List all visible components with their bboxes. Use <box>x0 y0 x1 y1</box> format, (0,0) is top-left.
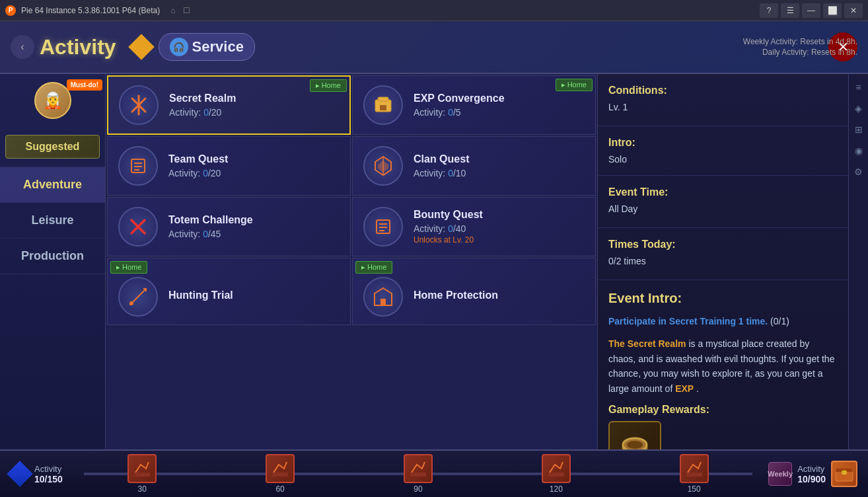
right-icon-3[interactable]: ⊞ <box>851 122 867 137</box>
right-icon-2[interactable]: ◈ <box>851 100 867 116</box>
right-icon-5[interactable]: ⚙ <box>851 164 867 180</box>
activity-grid: Secret Realm Activity: 0/20 ▸ Home ▸ Hom… <box>106 74 597 326</box>
hunting-trial-info: Hunting Trial <box>168 289 340 304</box>
conditions-level: Lv. 1 <box>608 102 838 112</box>
adventure-label: Adventure <box>23 178 82 191</box>
milestone-120[interactable]: 120 <box>542 454 571 494</box>
activity-cell-exp-convergence[interactable]: ▸ Home EXP Convergence Activity: 0/5 <box>352 75 596 135</box>
exp-label: EXP <box>675 383 694 394</box>
main-container: 🧝 Must-do! Suggested Adventure Leisure P… <box>0 74 868 449</box>
clan-quest-name: Clan Quest <box>414 153 585 165</box>
description-end: . <box>696 383 699 394</box>
sidebar: 🧝 Must-do! Suggested Adventure Leisure P… <box>0 74 106 449</box>
save-icon: ☐ <box>183 6 190 15</box>
svg-rect-28 <box>686 473 702 477</box>
app-title: Pie 64 Instance 5.3.86.1001 P64 (Beta) <box>21 6 160 15</box>
service-label: Service <box>192 38 244 56</box>
title-bar: P Pie 64 Instance 5.3.86.1001 P64 (Beta)… <box>0 0 868 21</box>
sidebar-item-suggested[interactable]: Suggested <box>0 127 105 167</box>
milestone-150[interactable]: 150 <box>680 454 709 494</box>
left-diamond-icon <box>7 461 33 487</box>
back-button[interactable]: ‹ <box>11 35 34 59</box>
milestone-track: 30 60 90 <box>68 454 768 494</box>
right-activity-label: Activity <box>797 464 824 474</box>
clan-quest-icon <box>363 146 403 186</box>
left-activity-text: Activity 10/150 <box>34 464 63 484</box>
team-quest-progress: Activity: 0/20 <box>168 168 340 178</box>
intro-title: Intro: <box>608 137 838 149</box>
right-icon-1[interactable]: ≡ <box>851 79 867 95</box>
team-quest-name: Team Quest <box>168 153 340 165</box>
sidebar-item-production[interactable]: Production <box>0 239 105 274</box>
maximize-button[interactable]: ⬜ <box>823 3 842 18</box>
participate-progress: (0/1) <box>770 316 789 326</box>
conditions-section: Conditions: Lv. 1 <box>598 74 848 126</box>
close-button[interactable]: ✕ <box>844 3 863 18</box>
hunting-home-tag: ▸ Home <box>110 261 147 274</box>
secret-realm-name: Secret Realm <box>169 93 339 104</box>
participate-label: Participate in Secret Training 1 time. <box>608 316 768 326</box>
milestone-90-icon <box>404 454 433 483</box>
event-intro-title: Event Intro: <box>608 291 838 306</box>
activity-cell-clan-quest[interactable]: Clan Quest Activity: 0/10 <box>352 136 596 196</box>
info-panel: Conditions: Lv. 1 Intro: Solo Event Time… <box>597 74 848 449</box>
menu-button[interactable]: ☰ <box>781 3 799 18</box>
rewards-title: Gameplay Rewards: <box>608 404 838 416</box>
milestone-30[interactable]: 30 <box>127 454 157 494</box>
activity-cell-hunting-trial[interactable]: ▸ Home Hunting Trial <box>107 258 351 325</box>
home-protection-icon <box>363 277 403 317</box>
avatar: 🧝 <box>34 82 71 119</box>
milestone-60-icon <box>266 454 295 483</box>
svg-rect-27 <box>548 473 564 477</box>
minimize-button[interactable]: — <box>802 3 820 18</box>
service-headset-icon: 🎧 <box>170 38 188 56</box>
sidebar-item-leisure[interactable]: Leisure <box>0 203 105 239</box>
chest-button[interactable] <box>831 461 857 487</box>
window-controls: ? ☰ — ⬜ ✕ <box>760 3 863 18</box>
reward-item-ring <box>608 421 661 449</box>
bounty-quest-progress: Activity: 0/40 <box>414 223 585 234</box>
milestone-60[interactable]: 60 <box>266 454 295 494</box>
event-intro-section: Event Intro: Participate in Secret Train… <box>598 280 848 449</box>
home-protection-name: Home Protection <box>414 289 585 301</box>
svg-rect-20 <box>380 299 386 305</box>
activity-cell-bounty-quest[interactable]: Bounty Quest Activity: 0/40 Unlocks at L… <box>352 197 596 256</box>
weekly-badge: Weekly <box>768 462 792 486</box>
svg-rect-4 <box>378 97 388 101</box>
milestone-150-value: 150 <box>688 484 701 494</box>
totem-challenge-info: Totem Challenge Activity: 0/45 <box>168 214 340 239</box>
svg-point-19 <box>129 301 133 305</box>
service-button[interactable]: 🎧 Service <box>159 33 255 61</box>
suggested-label: Suggested <box>5 135 100 159</box>
header: ‹ Activity 🎧 Service Weekly Activity: Re… <box>0 21 868 74</box>
right-icon-4[interactable]: ◉ <box>851 143 867 159</box>
realm-label: The Secret Realm <box>608 338 686 349</box>
bounty-quest-locked: Unlocks at Lv. 20 <box>414 235 585 245</box>
event-time-section: Event Time: All Day <box>598 176 848 228</box>
totem-challenge-name: Totem Challenge <box>168 214 340 226</box>
times-today-title: Times Today: <box>608 239 838 250</box>
description-text: The Secret Realm is a mystical place cre… <box>608 336 838 396</box>
times-today-section: Times Today: 0/2 times <box>598 228 848 280</box>
svg-rect-26 <box>410 473 426 477</box>
activity-cell-home-protection[interactable]: ▸ Home Home Protection <box>352 258 596 325</box>
sidebar-item-adventure[interactable]: Adventure <box>0 167 105 203</box>
daily-timer: Daily Activity: Resets in 8h. <box>762 48 857 57</box>
intro-text: Solo <box>608 154 838 165</box>
help-button[interactable]: ? <box>760 3 778 18</box>
bounty-quest-name: Bounty Quest <box>414 209 585 221</box>
home-protection-info: Home Protection <box>414 289 585 304</box>
exp-convergence-name: EXP Convergence <box>414 93 585 104</box>
activity-cell-totem-challenge[interactable]: Totem Challenge Activity: 0/45 <box>107 197 351 256</box>
activity-cell-secret-realm[interactable]: Secret Realm Activity: 0/20 ▸ Home <box>107 75 351 135</box>
milestone-90[interactable]: 90 <box>404 454 433 494</box>
totem-challenge-progress: Activity: 0/45 <box>168 229 340 239</box>
svg-point-23 <box>627 441 643 449</box>
exp-home-tag: ▸ Home <box>556 79 593 91</box>
times-today-text: 0/2 times <box>608 256 838 266</box>
event-time-text: All Day <box>608 204 838 214</box>
app-icon: P <box>5 5 16 16</box>
activity-cell-team-quest[interactable]: Team Quest Activity: 0/20 <box>107 136 351 196</box>
secret-realm-icon <box>119 85 159 125</box>
must-do-badge: Must-do! <box>67 79 102 91</box>
